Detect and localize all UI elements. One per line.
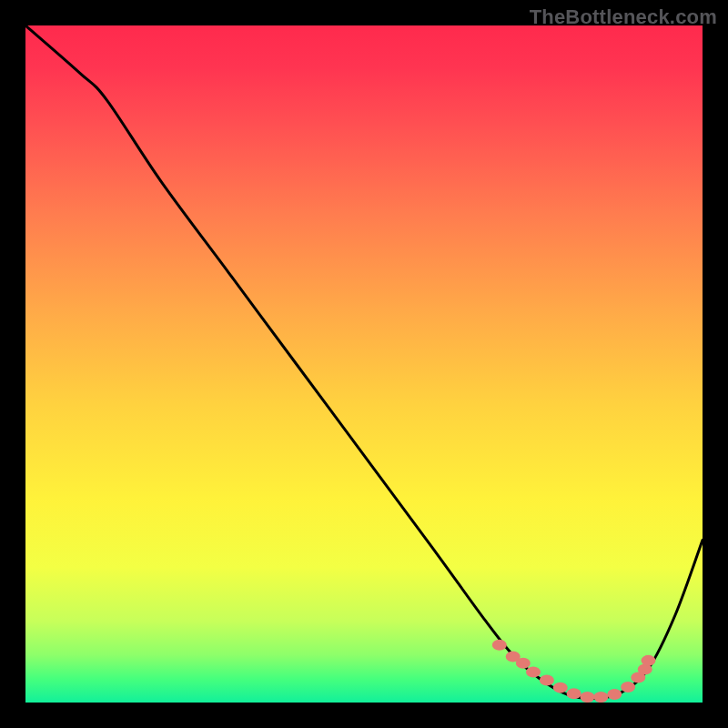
- flat-zone-dot: [581, 692, 595, 703]
- chart-frame: TheBottleneck.com: [0, 0, 728, 728]
- flat-zone-dot: [621, 682, 635, 693]
- flat-zone-dot: [492, 640, 507, 651]
- gradient-background: [25, 25, 703, 703]
- flat-zone-dot: [641, 655, 655, 666]
- flat-zone-dot: [567, 688, 581, 699]
- flat-zone-dot: [553, 682, 568, 693]
- flat-zone-dot: [526, 667, 541, 678]
- flat-zone-dot: [593, 692, 608, 703]
- plot-area: [25, 25, 703, 703]
- chart-svg: [25, 25, 703, 703]
- watermark-text: TheBottleneck.com: [530, 5, 717, 29]
- flat-zone-dot: [607, 689, 622, 700]
- flat-zone-dot: [516, 658, 531, 669]
- flat-zone-dot: [540, 674, 554, 685]
